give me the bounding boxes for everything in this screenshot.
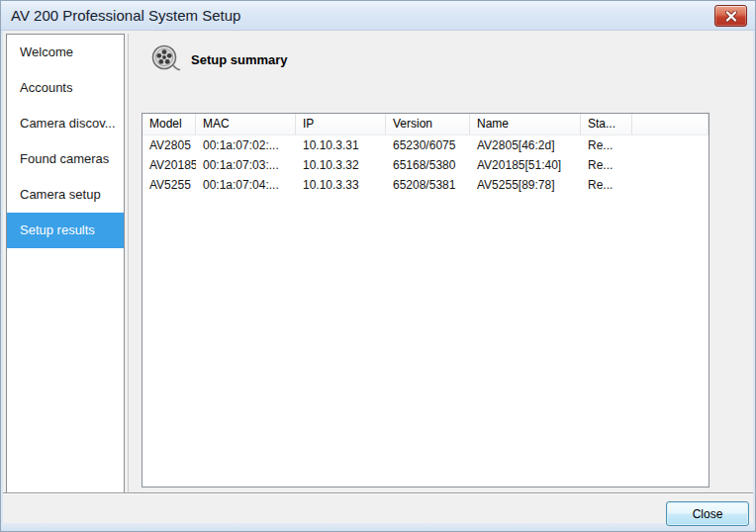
sidebar-item-camera-setup[interactable]: Camera setup	[7, 177, 124, 213]
cell-name: AV20185[51:40]	[470, 155, 581, 175]
cell-model: AV20185	[142, 155, 196, 175]
close-button[interactable]: Close	[666, 501, 749, 526]
sidebar-item-camera-discovery[interactable]: Camera discov...	[7, 106, 124, 141]
content-separator-line	[128, 34, 129, 493]
window-frame-right	[753, 31, 755, 531]
column-header-filler	[632, 114, 709, 134]
table-header-row: Model MAC IP Version Name Sta...	[142, 114, 709, 135]
setup-wizard-window: AV 200 Professional System Setup Welcome…	[0, 0, 756, 532]
cell-model: AV2805	[142, 135, 196, 155]
column-header-status[interactable]: Sta...	[581, 114, 632, 134]
cell-status: Re...	[581, 175, 632, 195]
cell-model: AV5255	[142, 175, 196, 195]
sidebar-item-setup-results[interactable]: Setup results	[7, 213, 124, 248]
column-header-mac[interactable]: MAC	[196, 114, 296, 134]
column-header-model[interactable]: Model	[142, 114, 196, 134]
cell-version: 65208/5381	[386, 175, 470, 195]
cell-version: 65230/6075	[386, 135, 470, 155]
sidebar-item-label: Camera discov...	[20, 116, 116, 131]
cell-version: 65168/5380	[386, 155, 470, 175]
sidebar-item-label: Camera setup	[20, 187, 101, 202]
cell-status: Re...	[581, 155, 632, 175]
table-row[interactable]: AV20185 00:1a:07:03:... 10.10.3.32 65168…	[142, 155, 709, 175]
sidebar-item-label: Accounts	[20, 80, 72, 95]
cell-filler	[632, 135, 709, 155]
cell-ip: 10.10.3.32	[296, 155, 386, 175]
window-title: AV 200 Professional System Setup	[11, 1, 240, 31]
column-header-version[interactable]: Version	[386, 114, 470, 134]
cell-name: AV2805[46:2d]	[470, 135, 581, 155]
cell-filler	[632, 175, 709, 195]
cell-ip: 10.10.3.33	[296, 175, 386, 195]
cell-mac: 00:1a:07:04:...	[196, 175, 296, 195]
cell-name: AV5255[89:78]	[470, 175, 581, 195]
cell-filler	[632, 155, 709, 175]
sidebar-item-label: Found cameras	[20, 151, 109, 166]
setup-results-table: Model MAC IP Version Name Sta... AV2805 …	[142, 113, 709, 488]
cell-status: Re...	[581, 135, 632, 155]
sidebar-item-accounts[interactable]: Accounts	[7, 70, 124, 106]
sidebar-item-label: Setup results	[20, 222, 95, 237]
footer-divider-highlight	[3, 493, 753, 494]
table-row[interactable]: AV5255 00:1a:07:04:... 10.10.3.33 65208/…	[142, 175, 709, 195]
titlebar: AV 200 Professional System Setup	[1, 1, 755, 31]
column-header-name[interactable]: Name	[470, 114, 581, 134]
sidebar-item-welcome[interactable]: Welcome	[7, 35, 124, 70]
column-header-ip[interactable]: IP	[296, 114, 386, 134]
window-frame-bottom	[1, 523, 755, 531]
cell-mac: 00:1a:07:03:...	[196, 155, 296, 175]
cell-mac: 00:1a:07:02:...	[196, 135, 296, 155]
sidebar-item-found-cameras[interactable]: Found cameras	[7, 141, 124, 177]
window-frame-left	[1, 31, 3, 531]
wizard-steps-sidebar: Welcome Accounts Camera discov... Found …	[6, 34, 125, 493]
window-close-button[interactable]	[714, 5, 747, 27]
film-reel-icon	[149, 44, 181, 75]
table-row[interactable]: AV2805 00:1a:07:02:... 10.10.3.31 65230/…	[142, 135, 709, 155]
sidebar-item-label: Welcome	[20, 44, 73, 59]
page-title: Setup summary	[191, 52, 288, 67]
cell-ip: 10.10.3.31	[296, 135, 386, 155]
close-icon	[725, 11, 737, 22]
